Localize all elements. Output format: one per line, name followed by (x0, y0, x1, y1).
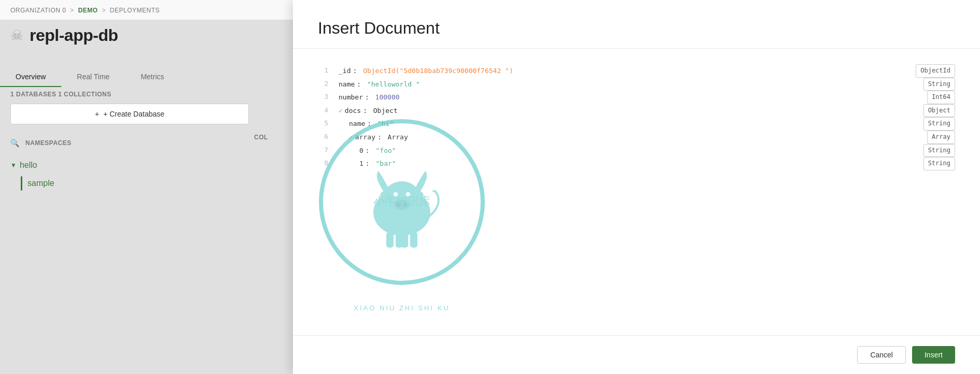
field-key-array-0: 0 (359, 145, 363, 156)
breadcrumb-deployments[interactable]: DEPLOYMENTS (110, 7, 160, 14)
app-title: repl-app-db (30, 26, 118, 45)
create-database-button[interactable]: + + Create Database (10, 104, 249, 124)
line-number-6: 6 (318, 131, 339, 142)
breadcrumb-sep1: > (70, 7, 76, 14)
plus-icon: + (95, 110, 99, 118)
line-content-7: 0 : "foo" String (339, 144, 955, 157)
line-number-5: 5 (318, 117, 339, 129)
line-content-8: 1 : "bar" String (339, 157, 955, 170)
field-key-array-1: 1 (359, 157, 363, 169)
line-number-7: 7 (318, 144, 339, 156)
namespaces-label: NAMESPACES (25, 139, 72, 147)
field-key-id: _id (339, 65, 351, 77)
nav-tabs: Overview Real Time Metrics (0, 67, 301, 87)
doc-line-5: 5 name : "hi" String (318, 117, 955, 131)
app-title-area: ☠ repl-app-db (10, 26, 118, 45)
field-val-array-0: "foo" (372, 145, 396, 156)
field-val-docs: Object (369, 105, 398, 117)
line-number-2: 2 (318, 78, 339, 90)
modal-body: 1 _id : ObjectId("5d0b18bab739c90000f765… (293, 49, 980, 335)
doc-line-2: 2 name : "helloworld " String (318, 78, 955, 91)
line-content-5: name : "hi" String (339, 117, 955, 131)
breadcrumb-demo[interactable]: DEMO (78, 7, 98, 14)
doc-line-6: 6 ✓ array : Array Array (318, 131, 955, 144)
breadcrumb: ORGANIZATION 0 > DEMO > DEPLOYMENTS (0, 0, 301, 20)
line-number-3: 3 (318, 91, 339, 103)
field-val-name: "helloworld " (363, 78, 420, 90)
line-content-4: ✓ docs : Object Object (339, 104, 955, 118)
database-name[interactable]: ▼ hello (10, 161, 54, 170)
line-content-3: number : 100000 Int64 (339, 91, 955, 104)
col-label: COL (254, 134, 268, 141)
document-editor[interactable]: 1 _id : ObjectId("5d0b18bab739c90000f765… (318, 64, 955, 170)
breadcrumb-sep2: > (102, 7, 107, 14)
colon-1: : (353, 65, 357, 77)
expand-array-icon[interactable]: ✓ (349, 131, 353, 143)
modal-header: Insert Document (293, 0, 980, 49)
tab-metrics[interactable]: Metrics (125, 67, 179, 86)
line-content-2: name : "helloworld " String (339, 78, 955, 91)
field-key-name: name (339, 78, 355, 90)
type-badge-7[interactable]: String (923, 144, 955, 157)
line-content-6: ✓ array : Array Array (339, 131, 955, 144)
type-badge-4[interactable]: Object (923, 104, 955, 118)
field-key-docs-name: name (349, 118, 365, 130)
field-val-docs-name: "hi" (373, 118, 394, 130)
type-badge-1[interactable]: ObjectId (916, 64, 955, 78)
type-badge-6[interactable]: Array (927, 131, 955, 144)
colon-8: : (366, 157, 370, 169)
type-badge-8[interactable]: String (923, 157, 955, 170)
search-icon: 🔍 (10, 139, 19, 147)
insert-button[interactable]: Insert (912, 346, 955, 364)
database-name-label: hello (20, 161, 37, 170)
field-val-array: Array (384, 131, 408, 143)
doc-line-4: 4 ✓ docs : Object Object (318, 104, 955, 118)
field-val-number: 100000 (371, 91, 400, 103)
line-number-1: 1 (318, 64, 339, 76)
tab-overview[interactable]: Overview (0, 67, 61, 86)
cancel-button[interactable]: Cancel (857, 346, 906, 364)
collection-item[interactable]: sample (10, 176, 54, 191)
doc-line-8: 8 1 : "bar" String (318, 157, 955, 170)
colon-7: : (366, 145, 370, 156)
chevron-icon: ▼ (10, 162, 17, 169)
database-icon: ☠ (10, 27, 23, 44)
line-number-8: 8 (318, 157, 339, 169)
type-badge-5[interactable]: String (923, 117, 955, 131)
field-key-docs: docs (345, 105, 361, 117)
doc-line-3: 3 number : 100000 Int64 (318, 91, 955, 104)
field-key-array: array (355, 131, 375, 143)
colon-4: : (363, 105, 367, 117)
colon-5: : (367, 118, 371, 130)
field-key-number: number (339, 91, 363, 103)
db-stats: 1 DATABASES 1 COLLECTIONS (10, 91, 111, 98)
type-badge-2[interactable]: String (923, 78, 955, 91)
colon-3: : (365, 91, 369, 103)
type-badge-3[interactable]: Int64 (927, 91, 955, 104)
expand-docs-icon[interactable]: ✓ (339, 105, 343, 117)
create-database-label: + Create Database (103, 110, 164, 118)
field-val-id: ObjectId("5d0b18bab739c90000f76542 ") (359, 65, 513, 77)
insert-document-modal: Insert Document 1 _id : ObjectId("5d0b18… (293, 0, 980, 374)
modal-footer: Cancel Insert (293, 335, 980, 374)
tab-realtime[interactable]: Real Time (61, 67, 125, 86)
collection-name: sample (27, 179, 54, 188)
line-content-1: _id : ObjectId("5d0b18bab739c90000f76542… (339, 64, 955, 78)
collection-indicator (21, 176, 22, 191)
doc-line-1: 1 _id : ObjectId("5d0b18bab739c90000f765… (318, 64, 955, 78)
breadcrumb-org[interactable]: ORGANIZATION 0 (10, 7, 66, 14)
colon-6: : (377, 131, 382, 143)
doc-line-7: 7 0 : "foo" String (318, 144, 955, 157)
db-collection-area: ▼ hello sample (10, 161, 54, 191)
field-val-array-1: "bar" (372, 157, 396, 169)
line-number-4: 4 (318, 104, 339, 116)
modal-title: Insert Document (318, 19, 955, 38)
colon-2: : (357, 78, 361, 90)
